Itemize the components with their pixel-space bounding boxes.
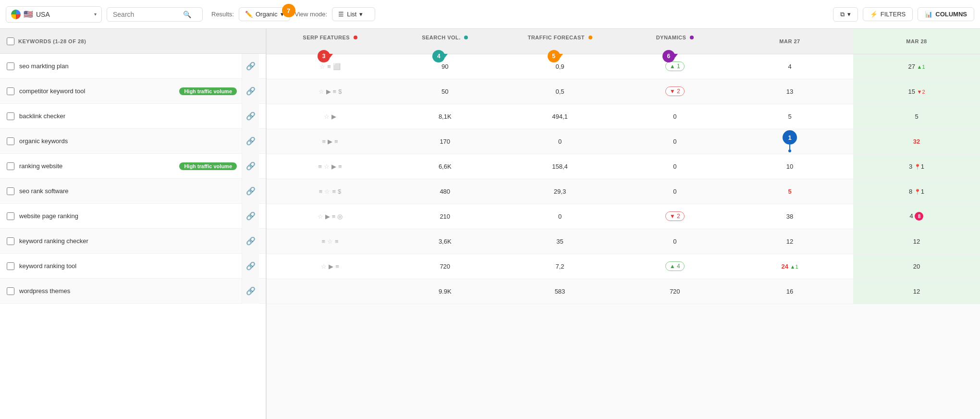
columns-button[interactable]: 📊 COLUMNS — [918, 7, 974, 21]
row-checkbox-5[interactable] — [7, 187, 14, 195]
dynamics-cell: 0 — [624, 179, 727, 204]
dynamics-badge: ▲ 1 — [665, 62, 685, 71]
list-selector[interactable]: ☰ List ▾ — [332, 7, 375, 21]
mar28-cell: 4 8 — [853, 204, 980, 229]
search-vol-cell: 210 — [393, 204, 497, 229]
high-traffic-badge: High traffic volume — [179, 87, 237, 95]
search-vol-cell: 9.9K — [393, 279, 497, 304]
row-checkbox-7[interactable] — [7, 237, 14, 245]
table-row: ≡☆▶≡6,6K158,40103 📍1 — [267, 154, 980, 179]
mar28-value: 20 — [913, 263, 920, 270]
columns-label: COLUMNS — [935, 11, 967, 18]
mar27-cell: 12 — [726, 229, 853, 254]
mar27-value: 24 — [781, 263, 788, 270]
row-checkbox-8[interactable] — [7, 262, 14, 270]
row-checkbox-2[interactable] — [7, 112, 14, 120]
serp-features-cell: ≡☆≡ — [267, 229, 393, 254]
filters-button[interactable]: ⚡ FILTERS — [863, 7, 913, 21]
row-checkbox-1[interactable] — [7, 87, 14, 95]
link-icon-cell[interactable]: 🔗 — [242, 79, 259, 104]
link-icon-cell[interactable]: 🔗 — [242, 54, 259, 79]
table-row: ☆▶≡◎2100▼ 2384 8 — [267, 204, 980, 229]
copy-button[interactable]: ⧉ ▾ — [833, 7, 858, 22]
high-traffic-badge: High traffic volume — [179, 162, 237, 170]
filters-label: FILTERS — [881, 11, 906, 18]
traffic-forecast-cell: 29,3 — [497, 179, 624, 204]
traffic-forecast-cell: 7,2 — [497, 254, 624, 279]
traffic-forecast-cell: 35 — [497, 229, 624, 254]
mar27-cell: 38 — [726, 204, 853, 229]
mar28-cell: 8 📍1 — [853, 179, 980, 204]
link-icon: 🔗 — [246, 211, 256, 221]
search-vol-cell: 170 — [393, 129, 497, 154]
keyword-name: seo markting plan — [19, 62, 237, 70]
dynamics-value: 720 — [670, 288, 680, 295]
table-row: website page ranking 🔗 — [0, 204, 266, 229]
mar27-cell: 16 — [726, 279, 853, 304]
link-icon-cell[interactable]: 🔗 — [242, 254, 259, 279]
link-icon: 🔗 — [246, 236, 256, 246]
search-vol-cell: 8,1K — [393, 104, 497, 129]
select-all-checkbox[interactable] — [7, 37, 14, 45]
dynamics-cell: ▼ 2 — [624, 204, 727, 229]
table-row: ≡▶≡17000132 — [267, 129, 980, 154]
mar27-cell: 1 — [726, 129, 853, 154]
chevron-down-icon: ▾ — [359, 11, 363, 18]
row-checkbox-3[interactable] — [7, 137, 14, 145]
link-icon: 🔗 — [246, 136, 256, 146]
keywords-list: seo markting plan 🔗 competitor keyword t… — [0, 54, 266, 304]
mar28-header: MAR 28 — [853, 29, 980, 54]
link-icon: 🔗 — [246, 286, 256, 296]
mar27-value: 4 — [788, 63, 791, 70]
mar28-cell: 12 — [853, 279, 980, 304]
traffic-forecast-cell: 0,5 — [497, 79, 624, 104]
data-table-body: ☆≡⬜900,9▲ 1427 ▲1☆▶≡$500,5▼ 21315 ▼2☆▶8,… — [267, 54, 980, 304]
serp-features-cell: ☆▶≡◎ — [267, 204, 393, 229]
row-checkbox-4[interactable] — [7, 162, 14, 170]
mar28-cell: 32 — [853, 129, 980, 154]
link-icon-cell[interactable]: 🔗 — [242, 129, 259, 154]
search-vol-cell: 720 — [393, 254, 497, 279]
link-icon: 🔗 — [246, 111, 256, 121]
table-row: seo rank software 🔗 — [0, 179, 266, 204]
link-icon-cell[interactable]: 🔗 — [242, 204, 259, 229]
dynamics-value: 0 — [673, 138, 676, 145]
link-icon-cell[interactable]: 🔗 — [242, 104, 259, 129]
link-icon-cell[interactable]: 🔗 — [242, 179, 259, 204]
keyword-name: seo rank software — [19, 187, 237, 195]
chevron-down-icon: ▾ — [847, 11, 851, 18]
traffic-forecast-header: TRAFFIC FORECAST — [497, 29, 624, 54]
dynamics-cell: 0 — [624, 154, 727, 179]
organic-selector[interactable]: ✏️ Organic ▾ 7 — [239, 7, 290, 21]
table-row: backlink checker 9🔗 — [0, 104, 266, 129]
filter-icon: ⚡ — [870, 11, 878, 18]
table-row: ☆▶≡$500,5▼ 21315 ▼2 — [267, 79, 980, 104]
keyword-name: ranking website — [19, 162, 174, 170]
link-icon-cell[interactable]: 🔗 — [242, 154, 259, 179]
link-icon-cell[interactable]: 🔗 — [242, 229, 259, 254]
row-checkbox-0[interactable] — [7, 62, 14, 70]
mar28-extra: ▲1 — [917, 64, 925, 70]
row-checkbox-9[interactable] — [7, 287, 14, 295]
dynamics-cell: ▲ 4 — [624, 254, 727, 279]
rank-bubble: 1 — [783, 130, 797, 145]
serp-features-cell: ≡☆≡$ — [267, 179, 393, 204]
table-row: ☆▶8,1K494,1055 — [267, 104, 980, 129]
data-table: SERP FEATURES SEARCH VOL. TRAFFIC FORECA… — [267, 29, 980, 304]
link-icon-cell[interactable]: 🔗 — [242, 279, 259, 304]
mar27-cell: 10 — [726, 154, 853, 179]
keyword-panel: KEYWORDS (1-28 OF 28) seo markting plan … — [0, 29, 267, 419]
keyword-name: wordpress themes — [19, 287, 237, 295]
keyword-name: backlink checker — [19, 112, 237, 120]
country-selector[interactable]: 🇺🇸 USA ▾ — [6, 6, 102, 23]
mar28-cell: 20 — [853, 254, 980, 279]
search-input[interactable] — [113, 11, 180, 18]
row-checkbox-6[interactable] — [7, 212, 14, 220]
mar28-value: 3 — [909, 163, 912, 170]
dynamics-badge: ▼ 2 — [665, 86, 685, 96]
search-vol-cell: 90 — [393, 54, 497, 79]
pin-icon: 📍 — [914, 189, 921, 195]
mar27-value: 12 — [786, 238, 793, 245]
mar27-extra: ▲1 — [790, 264, 798, 270]
toolbar: 🇺🇸 USA ▾ 🔍 Results: ✏️ Organic ▾ 7 View … — [0, 0, 980, 29]
